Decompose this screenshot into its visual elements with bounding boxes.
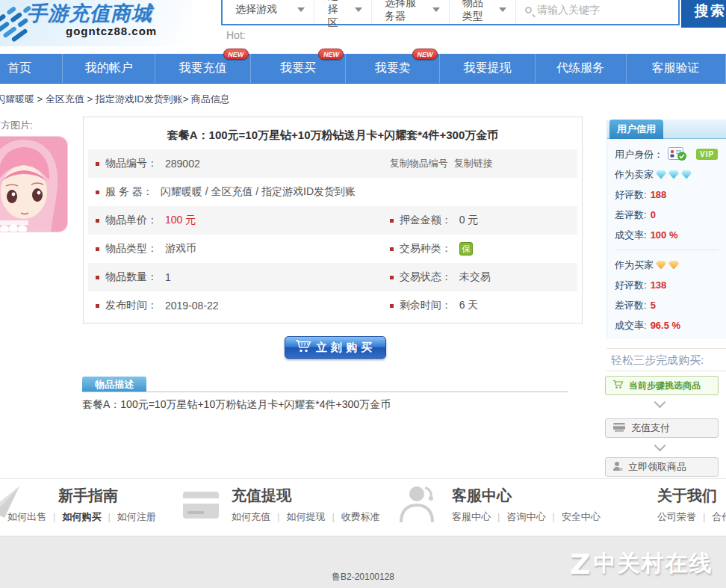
bullet-icon xyxy=(96,191,99,194)
tab-item-description[interactable]: 物品描述 xyxy=(82,377,146,392)
select-server-dropdown[interactable]: 选择服务器 xyxy=(372,0,450,24)
step-receive-item[interactable]: 立即领取商品 xyxy=(605,457,719,477)
blue-diamond-icon xyxy=(656,170,666,179)
item-type-dropdown[interactable]: 物品类型 xyxy=(450,0,516,24)
cart-icon xyxy=(295,339,311,356)
bullet-icon xyxy=(390,304,394,308)
buy-now-button[interactable]: 立刻购买 xyxy=(285,336,386,359)
logo[interactable]: 手游充值商城 gogntcz88.com xyxy=(0,0,193,46)
time-left-value: 6 天 xyxy=(459,299,479,312)
new-badge: NEW xyxy=(318,49,344,60)
product-row: 物品编号： 289002 复制物品编号 复制链接 xyxy=(88,149,577,178)
footer-recharge-links: 如何充值如何提现收费标准 xyxy=(232,510,380,524)
tab-user-credit[interactable]: 用户信用 xyxy=(609,120,663,139)
field-label: 物品数量： xyxy=(105,270,158,284)
item-type-value: 游戏币 xyxy=(165,242,196,256)
stat-row: 好评数: 138 xyxy=(615,278,726,292)
nav-withdraw[interactable]: 我要提现 xyxy=(440,54,536,83)
customer-service-icon xyxy=(398,482,438,527)
bullet-icon xyxy=(390,219,394,223)
bullet-icon xyxy=(96,247,99,251)
site-title: 手游充值商城 xyxy=(27,0,152,27)
hot-label: Hot: xyxy=(226,29,246,41)
new-badge: NEW xyxy=(412,49,438,60)
stat-row: 好评数: 188 xyxy=(615,188,726,202)
field-label: 物品编号： xyxy=(105,157,158,170)
bullet-icon xyxy=(96,276,99,279)
select-game-dropdown[interactable]: 选择游戏 xyxy=(223,0,314,24)
item-description-text: 套餐A：100元=10万星钻+10万粉钻送月卡+闪耀套*4件+300万金币 xyxy=(82,398,575,412)
step-recharge-pay[interactable]: 充值支付 xyxy=(605,418,719,438)
link-service-center[interactable]: 客服中心 xyxy=(452,511,506,522)
chevron-down-icon xyxy=(654,440,666,452)
person-step-icon xyxy=(612,461,623,474)
copy-link-link[interactable]: 复制链接 xyxy=(454,157,493,170)
steps-title: 轻松三步完成购买: xyxy=(611,353,704,368)
divider xyxy=(82,392,568,392)
bullet-icon xyxy=(390,247,394,251)
insurance-badge: 保 xyxy=(459,242,473,256)
link-cooperation[interactable]: 合作 xyxy=(712,511,726,522)
nav-sell[interactable]: 我要卖 NEW xyxy=(346,54,440,83)
divider xyxy=(606,348,726,349)
link-fee-standard[interactable]: 收费标准 xyxy=(341,511,380,522)
nav-my-account[interactable]: 我的帐户 xyxy=(63,54,155,83)
link-how-to-recharge[interactable]: 如何充值 xyxy=(232,511,286,522)
product-row: 发布时间： 2019-08-22 剩余时间： 6 天 xyxy=(88,291,577,320)
bullet-icon xyxy=(96,162,99,166)
credit-panel-header: 用户信用 xyxy=(607,120,726,139)
link-how-to-withdraw[interactable]: 如何提现 xyxy=(286,511,341,522)
vip-badge: VIP xyxy=(696,149,718,160)
field-label: 交易种类： xyxy=(400,242,452,256)
new-badge: NEW xyxy=(223,49,249,60)
footer-about-title: 关于我们 xyxy=(657,486,717,506)
footer-about-links: 公司荣誉合作 xyxy=(657,510,726,524)
product-title: 套餐A：100元=10万星钻+10万粉钻送月卡+闪耀套*4件+300万金币 xyxy=(84,117,582,149)
link-how-to-buy[interactable]: 如何购买 xyxy=(62,511,117,522)
footer-service-title: 客服中心 xyxy=(452,486,512,506)
nav-buy[interactable]: 我要买 NEW xyxy=(251,54,347,83)
quantity-value: 1 xyxy=(165,271,171,283)
stat-row: 成交率: 100 % xyxy=(615,228,726,242)
trade-status-value: 未交易 xyxy=(459,270,491,284)
server-value: 闪耀暖暖 / 全区充值 / 指定游戏ID发货到账 xyxy=(161,185,356,199)
divider xyxy=(615,250,719,250)
keyword-input[interactable] xyxy=(537,4,672,16)
watermark: Z 中关村在线 xyxy=(570,548,713,579)
footer: 新手指南 如何出售如何购买如何注册 充值提现 如何充值如何提现收费标准 客服中心… xyxy=(0,478,726,536)
zol-logo-icon: Z xyxy=(570,550,591,578)
blue-diamond-icon xyxy=(681,170,692,179)
stat-row: 成交率: 96.5 % xyxy=(615,318,726,332)
page: 手游充值商城 gogntcz88.com 选择游戏 选择区 选择服务器 物品类型… xyxy=(0,0,726,588)
select-zone-dropdown[interactable]: 选择区 xyxy=(314,0,372,24)
chevron-down-icon xyxy=(355,7,362,12)
bullet-icon xyxy=(390,276,394,279)
field-label: 发布时间： xyxy=(105,299,158,312)
field-label: 交易状态： xyxy=(400,270,452,284)
link-how-to-register[interactable]: 如何注册 xyxy=(117,511,156,522)
nav-recharge[interactable]: 我要充值 NEW xyxy=(155,54,251,83)
nav-home[interactable]: 首页 xyxy=(0,54,63,83)
link-how-to-sell[interactable]: 如何出售 xyxy=(7,511,62,522)
footer-guide-links: 如何出售如何购买如何注册 xyxy=(7,510,156,524)
chevron-down-icon xyxy=(297,7,305,12)
copy-item-number-link[interactable]: 复制物品编号 xyxy=(390,157,448,170)
product-image[interactable] xyxy=(0,137,67,232)
payment-step-icon xyxy=(612,422,626,434)
stat-row: 差评数: 5 xyxy=(615,298,726,312)
breadcrumb[interactable]: 闪耀暖暖 > 全区充值 > 指定游戏ID发货到账> 商品信息 xyxy=(0,93,230,106)
field-label: 剩余时间： xyxy=(400,299,452,312)
link-consult-center[interactable]: 咨询中心 xyxy=(506,511,561,522)
link-security-center[interactable]: 安全中心 xyxy=(562,511,601,522)
product-row: 服 务 器： 闪耀暖暖 / 全区充值 / 指定游戏ID发货到账 xyxy=(88,178,577,206)
search-button[interactable]: 搜索 xyxy=(681,0,726,28)
nav-boosting[interactable]: 代练服务 xyxy=(536,54,627,83)
cart-step-icon xyxy=(612,380,624,392)
link-company-honor[interactable]: 公司荣誉 xyxy=(657,511,712,522)
divider xyxy=(606,371,726,371)
nav-service-verify[interactable]: 客服验证 xyxy=(627,54,726,83)
bottom-bar: 鲁B2-20100128 Z 中关村在线 xyxy=(0,536,726,588)
seller-rating-row: 作为卖家 xyxy=(615,167,726,182)
price-value: 100 元 xyxy=(165,214,196,227)
step-select-item[interactable]: 当前步骤挑选商品 xyxy=(605,376,719,395)
